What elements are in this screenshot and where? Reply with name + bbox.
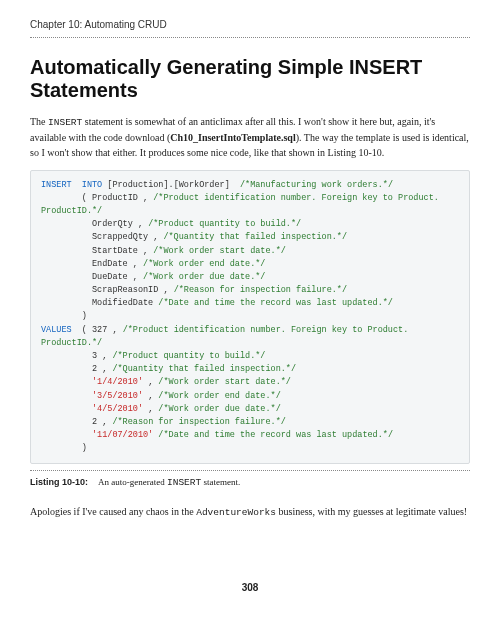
sql-comment: /*Product quantity to build.*/ xyxy=(112,351,265,361)
sql-comment: /*Work order start date.*/ xyxy=(158,377,291,387)
sql-comment: /*Date and time the record was last upda… xyxy=(158,298,393,308)
code-text: EndDate , xyxy=(41,259,143,269)
code-text: ModifiedDate xyxy=(41,298,158,308)
code-text xyxy=(41,377,92,387)
text: statement. xyxy=(201,477,240,487)
sql-string: '11/07/2010' xyxy=(92,430,153,440)
code-text: ( 327 , xyxy=(72,325,123,335)
text: business, with my guesses at legitimate … xyxy=(276,506,467,517)
sql-comment: /*Quantity that failed inspection.*/ xyxy=(163,232,347,242)
listing-label: Listing 10-10: xyxy=(30,477,88,487)
sql-comment: /*Product quantity to build.*/ xyxy=(148,219,301,229)
code-text xyxy=(41,391,92,401)
code-text: OrderQty , xyxy=(41,219,148,229)
listing-text: An auto-generated INSERT statement. xyxy=(98,477,240,487)
code-text: DueDate , xyxy=(41,272,143,282)
code-text: StartDate , xyxy=(41,246,153,256)
code-text: , xyxy=(143,404,158,414)
page-number: 308 xyxy=(30,581,470,596)
sql-comment: /*Manufacturing work orders.*/ xyxy=(240,180,393,190)
sql-comment: /*Product identification number. Foreign… xyxy=(123,325,409,335)
sql-string: '3/5/2010' xyxy=(92,391,143,401)
code-text: 2 , xyxy=(41,417,112,427)
sql-comment: /*Work order start date.*/ xyxy=(153,246,286,256)
sql-keyword: INSERT xyxy=(41,180,72,190)
section-heading: Automatically Generating Simple INSERT S… xyxy=(30,56,470,102)
sql-comment: /*Work order end date.*/ xyxy=(158,391,280,401)
code-text: , xyxy=(143,377,158,387)
sql-keyword: INTO xyxy=(72,180,103,190)
sql-comment: /*Product identification number. Foreign… xyxy=(153,193,439,203)
code-text: 2 , xyxy=(41,364,112,374)
paragraph-1: The INSERT statement is somewhat of an a… xyxy=(30,114,470,160)
chapter-header: Chapter 10: Automating CRUD xyxy=(30,18,470,38)
text: The xyxy=(30,116,48,127)
sql-string: '4/5/2010' xyxy=(92,404,143,414)
sql-comment: /*Quantity that failed inspection.*/ xyxy=(112,364,296,374)
code-text xyxy=(41,430,92,440)
code-text: ScrappedQty , xyxy=(41,232,163,242)
sql-comment: /*Date and time the record was last upda… xyxy=(158,430,393,440)
sql-comment: /*Reason for inspection failure.*/ xyxy=(174,285,347,295)
text: An auto-generated xyxy=(98,477,167,487)
code-listing: INSERT INTO [Production].[WorkOrder] /*M… xyxy=(30,170,470,465)
code-text: , xyxy=(143,391,158,401)
code-text: ScrapReasonID , xyxy=(41,285,174,295)
inline-code: INSERT xyxy=(167,477,201,488)
code-text: [Production].[WorkOrder] xyxy=(102,180,240,190)
sql-string: '1/4/2010' xyxy=(92,377,143,387)
inline-code: AdventureWorks xyxy=(196,507,276,518)
listing-caption: Listing 10-10:An auto-generated INSERT s… xyxy=(30,470,470,490)
text: Apologies if I've caused any chaos in th… xyxy=(30,506,196,517)
code-text: ( ProductID , xyxy=(41,193,153,203)
sql-comment: ProductID.*/ xyxy=(41,206,102,216)
sql-comment: /*Work order due date.*/ xyxy=(158,404,280,414)
sql-comment: ProductID.*/ xyxy=(41,338,102,348)
inline-code: INSERT xyxy=(48,117,82,128)
filename-bold: Ch10_InsertIntoTemplate.sql xyxy=(170,132,295,143)
sql-comment: /*Work order end date.*/ xyxy=(143,259,265,269)
sql-comment: /*Reason for inspection failure.*/ xyxy=(112,417,285,427)
code-text: ) xyxy=(41,443,87,453)
code-text: ) xyxy=(41,311,87,321)
sql-comment: /*Work order due date.*/ xyxy=(143,272,265,282)
paragraph-2: Apologies if I've caused any chaos in th… xyxy=(30,504,470,520)
code-text xyxy=(41,404,92,414)
sql-keyword: VALUES xyxy=(41,325,72,335)
code-text: 3 , xyxy=(41,351,112,361)
